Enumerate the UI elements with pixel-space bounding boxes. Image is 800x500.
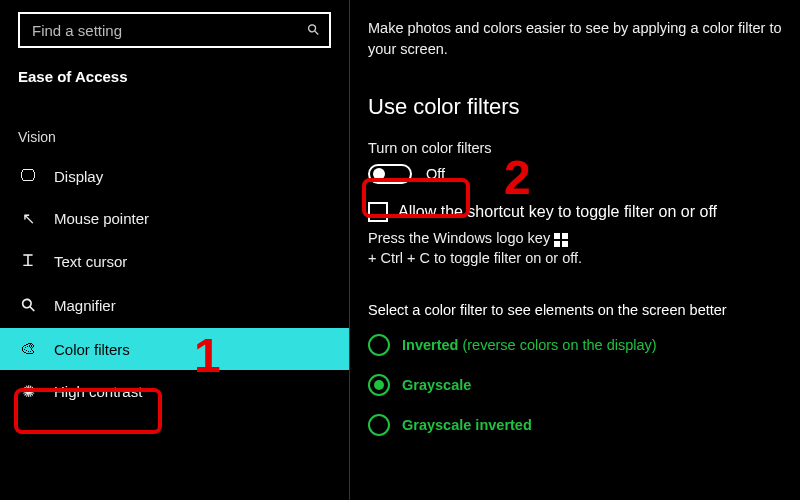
sidebar-item-text-cursor[interactable]: Text cursor [0, 240, 349, 282]
radio-icon [368, 374, 390, 396]
radio-option-grayscale[interactable]: Grayscale [368, 374, 782, 396]
radio-option-grayscale-inverted[interactable]: Grayscale inverted [368, 414, 782, 436]
radio-label: Grayscale [402, 377, 471, 393]
sidebar-item-label: Magnifier [54, 297, 116, 314]
radio-option-inverted[interactable]: Inverted (reverse colors on the display) [368, 334, 782, 356]
heading-use-color-filters: Use color filters [368, 94, 782, 120]
radio-icon [368, 414, 390, 436]
search-input-wrap[interactable] [18, 12, 331, 48]
high-contrast-icon [18, 382, 38, 401]
radio-extra: (reverse colors on the display) [462, 337, 656, 353]
toggle-knob [373, 168, 385, 180]
sidebar-item-label: Mouse pointer [54, 210, 149, 227]
sidebar-item-label: Display [54, 168, 103, 185]
monitor-icon [18, 167, 38, 185]
shortcut-hint: Press the Windows logo key + Ctrl + C to… [368, 230, 782, 266]
sidebar-item-color-filters[interactable]: Color filters [0, 328, 349, 370]
shortcut-checkbox[interactable] [368, 202, 388, 222]
sidebar-item-display[interactable]: Display [0, 155, 349, 197]
sidebar-item-magnifier[interactable]: Magnifier [0, 282, 349, 328]
intro-text: Make photos and colors easier to see by … [368, 18, 782, 60]
sidebar-item-label: Text cursor [54, 253, 127, 270]
select-filter-label: Select a color filter to see elements on… [368, 302, 782, 318]
hint-suffix: + Ctrl + C to toggle filter on or off. [368, 250, 582, 266]
windows-logo-icon [554, 233, 568, 247]
sidebar-item-mouse-pointer[interactable]: Mouse pointer [0, 197, 349, 240]
magnifier-icon [18, 294, 38, 316]
toggle-state: Off [426, 166, 445, 182]
radio-icon [368, 334, 390, 356]
section-title: Ease of Access [0, 62, 349, 105]
sidebar-item-high-contrast[interactable]: High contrast [0, 370, 349, 413]
sidebar-item-label: High contrast [54, 383, 142, 400]
shortcut-checkbox-label: Allow the shortcut key to toggle filter … [398, 203, 717, 221]
color-filters-toggle[interactable] [368, 164, 412, 184]
toggle-label: Turn on color filters [368, 140, 782, 156]
search-input[interactable] [32, 22, 272, 39]
hint-prefix: Press the Windows logo key [368, 230, 550, 246]
group-vision: Vision [0, 105, 349, 155]
mouse-pointer-icon [18, 209, 38, 228]
text-cursor-icon [18, 252, 38, 270]
sidebar-item-label: Color filters [54, 341, 130, 358]
search-icon [303, 20, 324, 41]
palette-icon [18, 340, 38, 358]
radio-label: Grayscale inverted [402, 417, 532, 433]
radio-label: Inverted [402, 337, 458, 353]
